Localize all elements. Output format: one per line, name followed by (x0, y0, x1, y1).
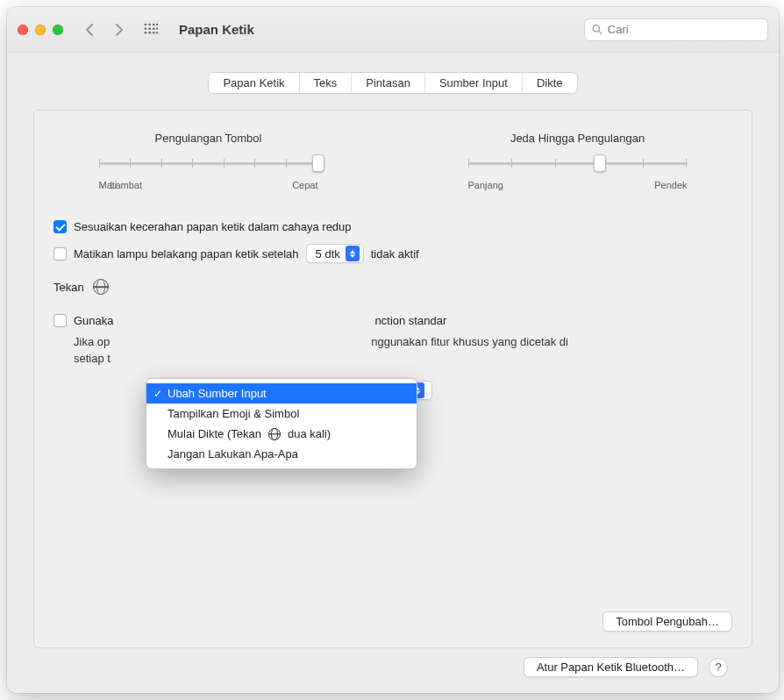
globe-icon (93, 279, 109, 295)
toolbar: Papan Ketik (7, 7, 779, 53)
menu-item-label: Tampilkan Emoji & Simbol (167, 407, 299, 420)
menu-item-label-suffix: dua kali) (288, 427, 331, 440)
press-globe-row: Tekan (53, 268, 732, 309)
key-repeat-labels: Mati Lambat Cepat (99, 180, 318, 190)
menu-item-mulai-dikte[interactable]: Mulai Dikte (Tekan dua kali) (146, 424, 417, 444)
backlight-off-label-suffix: tidak aktif (371, 247, 419, 261)
svg-line-14 (599, 31, 602, 33)
tab-sumber-input[interactable]: Sumber Input (425, 73, 523, 93)
backlight-off-label-prefix: Matikan lampu belakang papan ketik setel… (74, 247, 299, 261)
svg-point-12 (156, 32, 158, 34)
search-input[interactable] (608, 23, 760, 36)
close-button[interactable] (18, 25, 28, 35)
preferences-window: Papan Ketik Papan Ketik Teks Pintasan Su… (7, 7, 779, 693)
backlight-duration-value: 5 dtk (316, 247, 340, 261)
back-button[interactable] (79, 20, 100, 39)
menu-item-tampilkan-emoji[interactable]: Tampilkan Emoji & Simbol (146, 404, 417, 424)
stepper-icon (346, 246, 360, 261)
press-globe-menu: ✓ Ubah Sumber Input Tampilkan Emoji & Si… (146, 378, 417, 469)
press-globe-label: Tekan (53, 281, 84, 294)
delay-slider[interactable] (468, 154, 688, 173)
svg-point-0 (145, 23, 147, 25)
fn-keys-label-end: nction standar (375, 314, 447, 327)
svg-point-11 (156, 27, 158, 30)
search-icon (592, 24, 602, 35)
adjust-brightness-label: Sesuaikan kecerahan papan ketik dalam ca… (74, 220, 352, 233)
fn-keys-checkbox[interactable] (53, 314, 67, 327)
tab-teks[interactable]: Teks (300, 73, 353, 93)
fn-keys-note: Jika op nggunakan fitur khusus yang dice… (53, 334, 732, 368)
delay-block: Jeda Hingga Pengulangan Panjang Pendek (468, 132, 688, 190)
fn-note-line2: setiap t (74, 351, 732, 368)
key-repeat-right-label: Cepat (292, 180, 317, 190)
svg-point-5 (148, 27, 151, 30)
menu-item-label: Jangan Lakukan Apa-Apa (167, 447, 298, 461)
content-area: Papan Ketik Teks Pintasan Sumber Input D… (7, 53, 779, 693)
backlight-off-checkbox[interactable] (53, 247, 67, 261)
adjust-brightness-checkbox[interactable] (53, 220, 67, 233)
svg-point-1 (148, 23, 151, 25)
svg-point-7 (145, 32, 147, 34)
svg-point-2 (153, 23, 155, 25)
menu-item-label-prefix: Mulai Dikte (Tekan (167, 427, 261, 440)
delay-title: Jeda Hingga Pengulangan (468, 132, 688, 145)
show-all-button[interactable] (139, 19, 163, 40)
maximize-button[interactable] (53, 25, 63, 35)
delay-labels: Panjang Pendek (468, 180, 688, 190)
backlight-duration-select[interactable]: 5 dtk (306, 244, 364, 263)
menu-item-jangan-lakukan[interactable]: Jangan Lakukan Apa-Apa (146, 444, 417, 464)
sliders-row: Pengulangan Tombol Mati Lambat Cepat (68, 132, 718, 190)
tab-papan-ketik[interactable]: Papan Ketik (209, 73, 299, 93)
fn-keys-row: Gunaka nction standar (53, 309, 732, 332)
globe-icon (268, 428, 281, 440)
fn-note-line1-start: Jika op (74, 334, 110, 351)
svg-point-10 (156, 23, 158, 25)
fn-keys-label-start: Gunaka (74, 314, 114, 327)
key-repeat-block: Pengulangan Tombol Mati Lambat Cepat (99, 132, 318, 190)
svg-point-8 (148, 32, 151, 34)
check-icon: ✓ (153, 388, 162, 400)
search-field[interactable] (584, 18, 768, 41)
tab-bar: Papan Ketik Teks Pintasan Sumber Input D… (208, 72, 577, 94)
footer: Atur Papan Ketik Bluetooth… ? (33, 648, 752, 693)
fn-note-line1-mid: nggunakan fitur khusus yang dicetak di (371, 334, 568, 351)
key-repeat-mid-label: Lambat (110, 180, 142, 190)
help-button[interactable]: ? (709, 658, 728, 677)
delay-right-label: Pendek (654, 180, 687, 190)
menu-item-label: Ubah Sumber Input (167, 387, 267, 400)
window-controls (18, 25, 63, 35)
forward-button[interactable] (109, 20, 130, 39)
svg-point-6 (153, 27, 155, 30)
svg-point-4 (145, 27, 147, 30)
bluetooth-keyboard-button[interactable]: Atur Papan Ketik Bluetooth… (524, 657, 698, 677)
tab-dikte[interactable]: Dikte (523, 73, 577, 93)
delay-left-label: Panjang (468, 180, 503, 190)
tab-pintasan[interactable]: Pintasan (352, 73, 425, 93)
backlight-off-row: Matikan lampu belakang papan ketik setel… (53, 239, 732, 268)
key-repeat-slider[interactable] (99, 154, 318, 173)
window-title: Papan Ketik (179, 22, 254, 37)
minimize-button[interactable] (35, 25, 46, 35)
modifier-keys-button[interactable]: Tombol Pengubah… (602, 611, 732, 632)
adjust-brightness-row: Sesuaikan kecerahan papan ketik dalam ca… (53, 215, 732, 239)
svg-point-9 (153, 32, 155, 34)
menu-item-ubah-sumber-input[interactable]: ✓ Ubah Sumber Input (146, 383, 417, 404)
key-repeat-title: Pengulangan Tombol (99, 132, 318, 145)
